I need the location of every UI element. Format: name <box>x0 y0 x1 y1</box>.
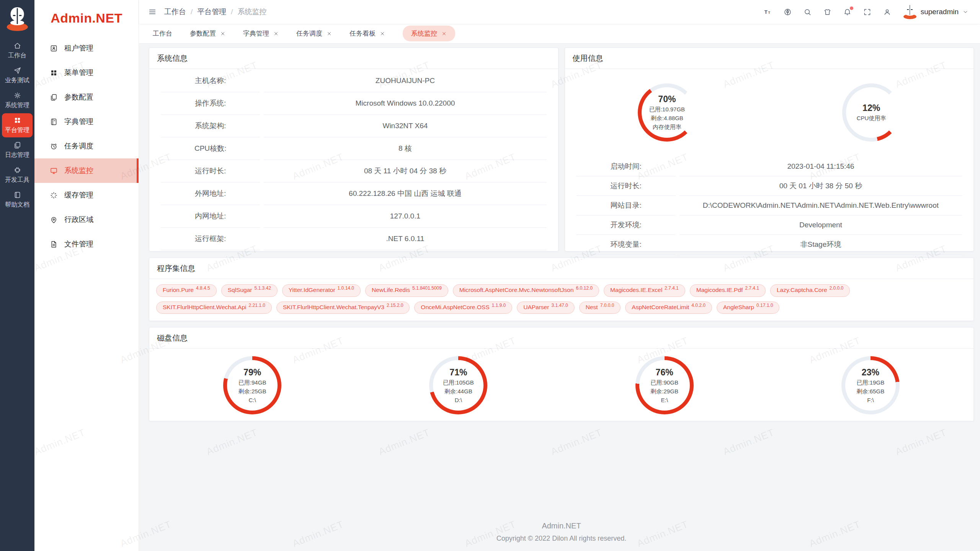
rail-item-label: 业务测试 <box>5 77 29 85</box>
rail-item-label: 系统管理 <box>5 101 29 109</box>
tab-dict[interactable]: 字典管理 <box>243 29 279 38</box>
monitor-icon <box>50 167 58 175</box>
svg-text:T: T <box>768 10 770 14</box>
usage-gauges: 70% 已用:10.97GB 剩余:4.88GB 内存使用率 12% <box>565 69 974 156</box>
collapse-menu-icon[interactable] <box>148 8 157 16</box>
tag-name: Magicodes.IE.Excel <box>610 287 662 294</box>
tag-name: SKIT.FlurlHttpClient.Wechat.TenpayV3 <box>283 304 384 311</box>
row-label: 内网地址: <box>161 205 260 228</box>
sidebar-menu: 租户管理 菜单管理 参数配置 字典管理 任务调度 系统监控 <box>34 36 139 256</box>
breadcrumb-item[interactable]: 平台管理 <box>197 7 226 17</box>
sidebar-item-dict[interactable]: 字典管理 <box>34 109 139 134</box>
rail-item-platform-mgmt[interactable]: 平台管理 <box>2 113 33 137</box>
row-value: 00 天 01 小时 38 分 50 秒 <box>679 176 962 196</box>
breadcrumb-item[interactable]: 工作台 <box>164 7 186 17</box>
tag-name: OnceMi.AspNetCore.OSS <box>421 304 489 311</box>
sidebar-item-params[interactable]: 参数配置 <box>34 85 139 109</box>
sidebar-item-tenant[interactable]: 租户管理 <box>34 36 139 60</box>
row-label: 网站目录: <box>577 196 676 215</box>
usage-info-card: 使用信息 70% 已用:10.97GB 剩余:4.88GB 内存使用率 <box>565 47 974 251</box>
user-menu[interactable]: superadmin <box>903 5 969 19</box>
donut-percent: 71% <box>449 367 467 378</box>
tab-workbench[interactable]: 工作台 <box>153 29 172 38</box>
search-icon[interactable] <box>804 8 812 16</box>
row-label: 启动时间: <box>577 157 676 176</box>
send-icon <box>13 67 21 75</box>
row-value: .NET 6.0.11 <box>264 228 546 250</box>
assemblies-card: 程序集信息 Furion.Pure4.8.4.5 SqlSugar5.1.3.4… <box>149 258 974 321</box>
font-size-icon[interactable]: TT <box>764 8 772 16</box>
tab-label: 工作台 <box>153 29 172 38</box>
sidebar-item-label: 系统监控 <box>64 166 93 176</box>
tab-label: 任务看板 <box>350 29 376 38</box>
close-icon[interactable] <box>220 31 225 36</box>
profile-icon[interactable] <box>883 8 891 16</box>
disk-info-card: 磁盘信息 79% 已用:94GB 剩余:25GB C:\ <box>149 327 974 421</box>
tag-version: 3.1.47.0 <box>551 303 568 308</box>
sidebar-item-files[interactable]: 文件管理 <box>34 232 139 256</box>
donut-line: 已用:19GB <box>857 379 885 386</box>
sidebar-item-cache[interactable]: 缓存管理 <box>34 183 139 207</box>
rail-item-system-mgmt[interactable]: 系统管理 <box>2 88 33 112</box>
tag-name: Magicodes.IE.Pdf <box>696 287 743 294</box>
gauge-line: 内存使用率 <box>653 124 681 131</box>
app-logo[interactable] <box>0 0 34 38</box>
sidebar-item-menu[interactable]: 菜单管理 <box>34 60 139 85</box>
tag-version: 2.0.0.0 <box>830 285 844 291</box>
tabbar: 工作台 参数配置 字典管理 任务调度 任务看板 系统监控 <box>139 24 980 44</box>
rail-item-help-docs[interactable]: 帮助文档 <box>2 188 33 212</box>
row-value: 8 核 <box>264 137 546 160</box>
row-label: 系统架构: <box>161 115 260 137</box>
assembly-tag: Yitter.IdGenerator1.0.14.0 <box>282 284 361 297</box>
rail-item-dev-tools[interactable]: 开发工具 <box>2 163 33 187</box>
close-icon[interactable] <box>441 31 447 36</box>
tab-task-board[interactable]: 任务看板 <box>350 29 385 38</box>
assembly-tag: AspNetCoreRateLimit4.0.2.0 <box>625 302 712 314</box>
notification-icon[interactable] <box>843 8 851 16</box>
assembly-tag: UAParser3.1.47.0 <box>517 302 575 314</box>
main-area: 工作台 / 平台管理 / 系统监控 TT <box>139 0 980 551</box>
theme-icon[interactable] <box>823 8 831 16</box>
tenant-icon <box>50 44 58 52</box>
sidebar-item-system-monitor[interactable]: 系统监控 <box>34 158 139 183</box>
file-icon <box>50 240 58 248</box>
rail-item-label: 工作台 <box>8 52 26 60</box>
alarm-icon <box>50 142 58 150</box>
rail-item-workbench[interactable]: 工作台 <box>2 39 33 63</box>
tag-name: UAParser <box>523 304 549 311</box>
sidebar-item-region[interactable]: 行政区域 <box>34 207 139 232</box>
table-row: 运行框架:.NET 6.0.11 <box>161 228 547 250</box>
table-row: 外网地址:60.222.128.26 中国 山西 运城 联通 <box>161 183 547 205</box>
language-icon[interactable] <box>784 8 792 16</box>
table-row: 开发环境:Development <box>577 215 962 235</box>
tab-task-sched[interactable]: 任务调度 <box>296 29 332 38</box>
tag-version: 5.1.3.42 <box>254 285 271 291</box>
assembly-tag: NewLife.Redis5.1.8401.5009 <box>365 284 448 297</box>
donut-line: F:\ <box>867 397 874 403</box>
tag-version: 2.7.4.1 <box>665 285 679 291</box>
tab-label: 参数配置 <box>190 29 216 38</box>
assembly-tag: Magicodes.IE.Pdf2.7.4.1 <box>690 284 766 297</box>
username: superadmin <box>921 8 959 16</box>
sidebar-item-task-sched[interactable]: 任务调度 <box>34 134 139 158</box>
tab-params[interactable]: 参数配置 <box>190 29 225 38</box>
close-icon[interactable] <box>327 31 332 36</box>
breadcrumb-separator: / <box>191 8 193 16</box>
row-value: 60.222.128.26 中国 山西 运城 联通 <box>264 183 546 205</box>
assembly-tag: AngleSharp0.17.1.0 <box>717 302 779 314</box>
breadcrumb: 工作台 / 平台管理 / 系统监控 <box>164 7 267 17</box>
rail-item-business-test[interactable]: 业务测试 <box>2 64 33 88</box>
tag-name: Lazy.Captcha.Core <box>777 287 827 294</box>
tag-name: Nest <box>586 304 598 311</box>
tab-system-monitor[interactable]: 系统监控 <box>403 26 455 41</box>
memory-usage-gauge: 70% 已用:10.97GB 剩余:4.88GB 内存使用率 <box>638 83 696 142</box>
disk-c-donut: 79% 已用:94GB 剩余:25GB C:\ <box>223 356 281 414</box>
close-icon[interactable] <box>273 31 279 36</box>
fullscreen-icon[interactable] <box>863 8 871 16</box>
close-icon[interactable] <box>380 31 385 36</box>
donut-line: 剩余:29GB <box>650 388 678 395</box>
tag-version: 0.17.1.0 <box>756 303 773 308</box>
rail-item-log-mgmt[interactable]: 日志管理 <box>2 138 33 162</box>
donut-percent: 79% <box>243 367 261 378</box>
tag-version: 1.1.9.0 <box>492 303 506 308</box>
